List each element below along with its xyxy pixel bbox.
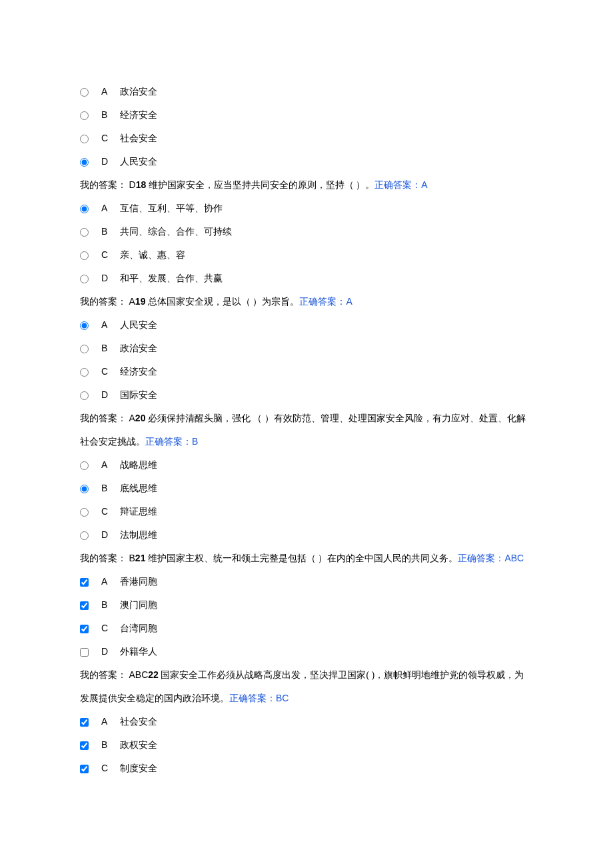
- option-text: 政权安全: [120, 733, 533, 757]
- q22-correct: BC: [276, 693, 289, 703]
- q19-stem: 总体国家安全观，是以（ ）为宗旨。: [145, 297, 299, 307]
- q19-radio-a[interactable]: [80, 321, 89, 330]
- q19-radio-d[interactable]: [80, 391, 89, 400]
- q20-correct: B: [192, 436, 198, 447]
- q18-option-d: D 和平、发展、合作、共赢: [80, 267, 533, 290]
- q20-option-a: A 战略思维: [80, 453, 533, 477]
- q19-correct: A: [346, 296, 352, 307]
- option-text: 社会安全: [120, 710, 533, 733]
- option-letter: B: [101, 337, 120, 360]
- option-letter: A: [101, 570, 120, 593]
- q18-radio-d[interactable]: [80, 275, 89, 283]
- option-letter: C: [101, 617, 120, 640]
- option-text: 国际安全: [120, 383, 533, 407]
- option-text: 台湾同胞: [120, 617, 533, 640]
- q21-check-c[interactable]: [80, 625, 89, 633]
- q22-check-b[interactable]: [80, 741, 89, 750]
- q19-radio-b[interactable]: [80, 345, 89, 353]
- q18-radio-a[interactable]: [80, 205, 89, 213]
- q17-option-d: D 人民安全: [80, 150, 533, 173]
- option-letter: A: [101, 453, 120, 477]
- q22-check-a[interactable]: [80, 718, 89, 727]
- q22-check-c[interactable]: [80, 765, 89, 773]
- option-letter: D: [101, 150, 120, 173]
- option-text: 亲、诚、惠、容: [120, 243, 533, 267]
- q21-option-a: A 香港同胞: [80, 570, 533, 593]
- option-letter: D: [101, 383, 120, 407]
- option-letter: C: [101, 757, 120, 780]
- option-text: 和平、发展、合作、共赢: [120, 267, 533, 290]
- option-letter: B: [101, 220, 120, 243]
- q21-stem: 维护国家主权、统一和领土完整是包括（ ）在内的全中国人民的共同义务。: [145, 553, 458, 563]
- option-letter: B: [101, 477, 120, 500]
- q20-number: 20: [135, 413, 146, 423]
- option-text: 人民安全: [120, 150, 533, 173]
- q21-my-answer: ABC: [129, 669, 149, 680]
- q17-radio-d[interactable]: [80, 158, 89, 167]
- option-letter: A: [101, 710, 120, 733]
- q22-number: 22: [148, 669, 159, 680]
- option-letter: A: [101, 313, 120, 337]
- option-text: 澳门同胞: [120, 593, 533, 617]
- q18-radio-c[interactable]: [80, 251, 89, 260]
- q17-radio-c[interactable]: [80, 135, 89, 143]
- option-letter: D: [101, 267, 120, 290]
- document-page: A 政治安全 B 经济安全 C 社会安全 D 人民安全 我的答案： D18 维护…: [0, 0, 613, 807]
- option-text: 人民安全: [120, 313, 533, 337]
- q21-check-b[interactable]: [80, 601, 89, 610]
- q21-check-a[interactable]: [80, 578, 89, 587]
- q18-my-answer: A: [129, 296, 135, 307]
- q17-my-answer: D: [129, 179, 136, 190]
- q20-option-d: D 法制思维: [80, 523, 533, 547]
- q21-check-d[interactable]: [80, 648, 89, 657]
- q19-line: 我的答案： A19 总体国家安全观，是以（ ）为宗旨。正确答案：A: [80, 290, 533, 313]
- my-answer-label: 我的答案：: [80, 297, 127, 307]
- option-text: 战略思维: [120, 453, 533, 477]
- q20-radio-a[interactable]: [80, 461, 89, 470]
- q19-option-d: D 国际安全: [80, 383, 533, 407]
- q21-option-b: B 澳门同胞: [80, 593, 533, 617]
- q20-my-answer: B: [129, 553, 135, 563]
- correct-label: 正确答案：: [145, 437, 192, 447]
- q20-line: 我的答案： A20 必须保持清醒头脑，强化 （ ）有效防范、管理、处理国家安全风…: [80, 407, 533, 453]
- q20-option-c: C 辩证思维: [80, 500, 533, 523]
- option-text: 制度安全: [120, 757, 533, 780]
- correct-label: 正确答案：: [229, 693, 276, 703]
- q19-my-answer: A: [129, 413, 135, 423]
- q18-correct: A: [421, 179, 427, 190]
- q18-stem: 维护国家安全，应当坚持共同安全的原则，坚持（ ）。: [146, 180, 374, 190]
- my-answer-label: 我的答案：: [80, 180, 127, 190]
- q18-option-c: C 亲、诚、惠、容: [80, 243, 533, 267]
- q17-radio-a[interactable]: [80, 88, 89, 97]
- q18-radio-b[interactable]: [80, 228, 89, 237]
- q19-option-a: A 人民安全: [80, 313, 533, 337]
- option-text: 社会安全: [120, 127, 533, 150]
- q19-option-c: C 经济安全: [80, 360, 533, 383]
- option-text: 辩证思维: [120, 500, 533, 523]
- option-text: 政治安全: [120, 80, 533, 103]
- q21-option-d: D 外籍华人: [80, 640, 533, 663]
- my-answer-label: 我的答案：: [80, 670, 127, 680]
- q20-radio-c[interactable]: [80, 508, 89, 517]
- q20-radio-d[interactable]: [80, 531, 89, 540]
- option-text: 政治安全: [120, 337, 533, 360]
- my-answer-label: 我的答案：: [80, 553, 127, 563]
- option-letter: B: [101, 593, 120, 617]
- option-letter: C: [101, 360, 120, 383]
- option-text: 经济安全: [120, 103, 533, 127]
- q18-option-a: A 互信、互利、平等、协作: [80, 197, 533, 220]
- q21-correct: ABC: [504, 553, 524, 563]
- q19-radio-c[interactable]: [80, 368, 89, 377]
- option-letter: C: [101, 243, 120, 267]
- q17-radio-b[interactable]: [80, 111, 89, 120]
- q20-radio-b[interactable]: [80, 485, 89, 493]
- option-text: 共同、综合、合作、可持续: [120, 220, 533, 243]
- q21-number: 21: [135, 553, 146, 563]
- q22-option-b: B 政权安全: [80, 733, 533, 757]
- q22-line: 我的答案： ABC22 国家安全工作必须从战略高度出发，坚决捍卫国家( )，旗帜…: [80, 663, 533, 710]
- option-letter: A: [101, 197, 120, 220]
- option-text: 外籍华人: [120, 640, 533, 663]
- q20-option-b: B 底线思维: [80, 477, 533, 500]
- option-letter: C: [101, 500, 120, 523]
- q22-option-a: A 社会安全: [80, 710, 533, 733]
